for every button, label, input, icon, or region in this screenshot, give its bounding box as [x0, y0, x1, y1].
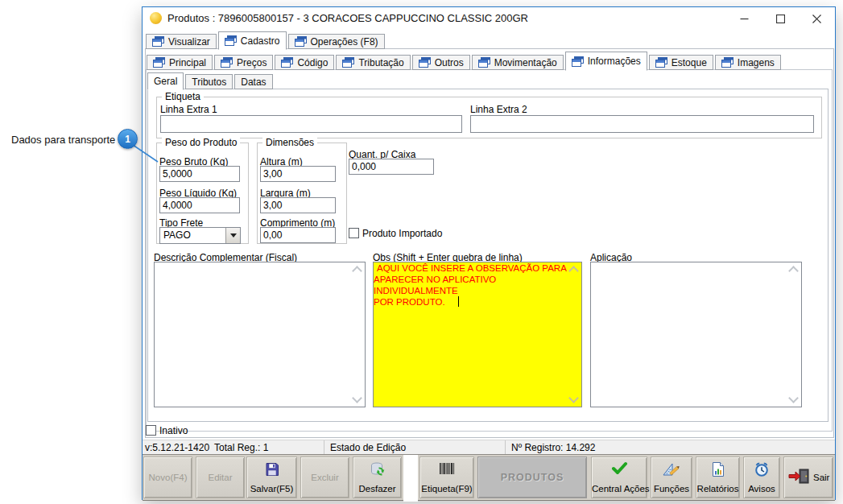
aplicacao-textarea[interactable] [590, 262, 802, 407]
produto-importado-checkbox[interactable] [349, 228, 359, 238]
toolbar-gap [403, 455, 418, 502]
form-tab-icon [478, 57, 490, 68]
scroll-up-icon[interactable] [568, 266, 579, 276]
tab-label: Operações (F8) [311, 36, 378, 48]
scroll-down-icon[interactable] [352, 393, 362, 403]
editar-button: Editar [196, 456, 245, 498]
etiqueta-legend: Etiqueta [162, 91, 204, 102]
tab-movimentacao[interactable]: Movimentação [472, 55, 564, 70]
chevron-down-icon [230, 233, 237, 238]
linha-extra-2-input[interactable] [470, 115, 814, 133]
close-button[interactable] [799, 7, 835, 30]
tab-label: Outros [435, 57, 464, 68]
peso-legend: Peso do Produto [162, 137, 240, 148]
form-tab-icon [152, 36, 164, 47]
status-estado-edicao: Estado de Edição [330, 442, 406, 453]
avisos-button[interactable]: Avisos [743, 456, 780, 498]
status-total-reg: Total Reg.: 1 [214, 442, 268, 453]
tipo-frete-select[interactable]: PAGO [159, 227, 241, 244]
produto-importado-label: Produto Importado [362, 228, 442, 239]
form-tab-icon [281, 57, 293, 68]
peso-bruto-input[interactable] [159, 166, 240, 182]
tab-label: Principal [169, 57, 206, 68]
tab-label: Estoque [672, 57, 707, 68]
novo-button: Novo(F4) [143, 456, 192, 498]
tab-label: Tributação [358, 57, 403, 68]
peso-liquido-input[interactable] [159, 197, 240, 213]
alarm-clock-icon [744, 461, 779, 477]
tab-label: Movimentação [494, 57, 557, 68]
central-acoes-label: Central Ações [592, 484, 647, 494]
descricao-text [155, 262, 365, 266]
quant-caixa-input[interactable] [349, 159, 434, 175]
form-tab-icon [419, 57, 431, 68]
tab-label: Preços [237, 57, 267, 68]
tab-estoque[interactable]: Estoque [649, 55, 713, 70]
comprimento-input[interactable] [260, 227, 336, 243]
aplicacao-text [591, 262, 801, 266]
obs-textarea[interactable]: AQUI VOCÊ INSERE A OBSERVAÇÃO PARA APARE… [373, 262, 582, 407]
close-icon [812, 14, 821, 23]
inativo-label: Inativo [159, 425, 188, 436]
tab-tributacao[interactable]: Tributação [336, 55, 410, 70]
tab-informacoes[interactable]: Informações [565, 52, 647, 71]
tab-operacoes[interactable]: Operações (F8) [288, 34, 385, 49]
etiqueta-button[interactable]: Etiqueta(F9) [419, 456, 474, 498]
relatorios-button[interactable]: Relatórios [696, 456, 740, 498]
tab-label: Datas [241, 76, 266, 88]
largura-input[interactable] [260, 197, 336, 213]
text-cursor [458, 296, 460, 307]
status-version: v:5.12.21-1420 [145, 442, 209, 453]
inativo-checkbox[interactable] [146, 425, 156, 436]
relatorios-label: Relatórios [696, 484, 739, 494]
scroll-up-icon[interactable] [788, 266, 799, 276]
tab-visualizar[interactable]: Visualizar [146, 34, 217, 49]
maximize-icon [776, 14, 785, 23]
tab-datas[interactable]: Datas [234, 74, 272, 89]
salvar-button[interactable]: Salvar(F5) [246, 456, 297, 498]
titlebar: Produtos : 7896005800157 - 3 CORACOES CA… [143, 7, 835, 30]
linha-extra-1-label: Linha Extra 1 [160, 104, 217, 115]
central-acoes-button[interactable]: Central Ações [591, 456, 647, 498]
sair-label: Sair [813, 473, 829, 482]
callout-number-badge: 1 [118, 129, 138, 149]
avisos-label: Avisos [744, 484, 779, 494]
tipo-frete-value: PAGO [160, 228, 225, 243]
app-sun-icon [150, 12, 162, 24]
minimize-button[interactable] [726, 7, 762, 30]
tab-codigo[interactable]: Código [275, 55, 334, 70]
bottom-toolbar: Novo(F4) Editar Salvar(F5) Excluir Desfa… [143, 454, 835, 501]
scroll-up-icon[interactable] [352, 266, 362, 276]
produtos-module-button[interactable]: PRODUTOS [477, 456, 587, 498]
linha-extra-1-input[interactable] [160, 115, 462, 133]
scroll-down-icon[interactable] [788, 393, 799, 403]
tab-label: Cadastro [241, 35, 280, 47]
form-tab-icon [721, 57, 733, 68]
altura-input[interactable] [260, 166, 336, 182]
funcoes-label: Funções [651, 484, 692, 494]
funcoes-button[interactable]: Funções [651, 456, 692, 498]
ruler-pencil-icon [651, 461, 692, 477]
tab-imagens[interactable]: Imagens [715, 55, 781, 70]
tab-label: Geral [154, 76, 177, 87]
desfazer-button[interactable]: Desfazer [353, 456, 402, 498]
report-chart-icon [696, 461, 739, 477]
tab-precos[interactable]: Preços [214, 55, 273, 70]
sair-button[interactable]: Sair [783, 456, 833, 498]
tab-geral[interactable]: Geral [147, 72, 184, 90]
tab-principal[interactable]: Principal [147, 55, 213, 70]
exit-door-icon [788, 469, 810, 487]
green-check-icon [592, 461, 647, 476]
tab-label: Código [297, 57, 328, 68]
tab-label: Visualizar [168, 36, 210, 48]
maximize-button[interactable] [762, 7, 799, 30]
tab-cadastro[interactable]: Cadastro [218, 31, 287, 50]
tab-tributos[interactable]: Tributos [185, 74, 233, 89]
tab-outros[interactable]: Outros [412, 55, 470, 70]
tipo-frete-dropdown-button[interactable] [225, 228, 240, 243]
tab-label: Imagens [738, 57, 775, 68]
descricao-textarea[interactable] [154, 262, 366, 407]
scroll-down-icon[interactable] [568, 393, 579, 403]
excluir-button: Excluir [300, 456, 349, 498]
form-tab-icon [221, 57, 233, 68]
